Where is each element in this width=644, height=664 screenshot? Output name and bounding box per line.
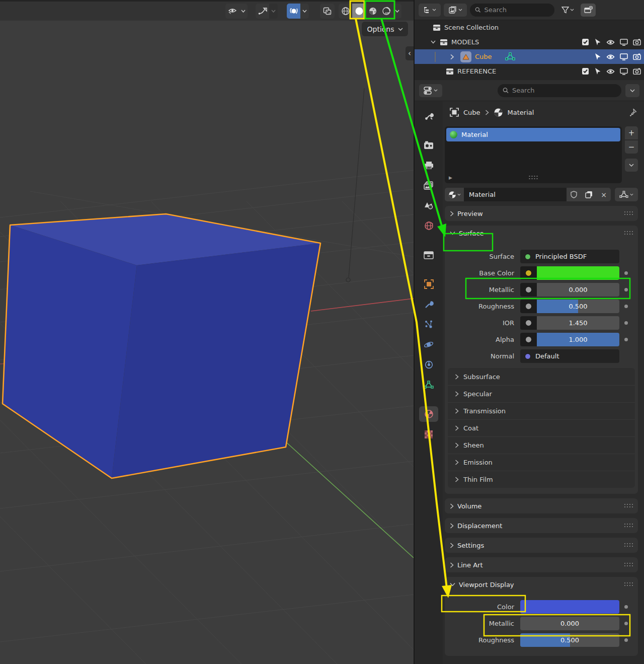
panel-header-displacement[interactable]: Displacement xyxy=(445,518,638,533)
slot-specials-dropdown[interactable] xyxy=(625,159,638,172)
viewport-disable-icon[interactable] xyxy=(620,68,628,75)
chevron-right-icon[interactable] xyxy=(450,54,454,60)
viewport-color-swatch[interactable] xyxy=(520,600,619,614)
tab-output[interactable] xyxy=(419,158,438,173)
properties-search[interactable] xyxy=(498,84,621,97)
panel-header-viewport-display[interactable]: Viewport Display xyxy=(445,577,638,592)
decorator-dot[interactable] xyxy=(624,305,628,308)
base-color-swatch[interactable] xyxy=(537,266,619,280)
base-color-field[interactable] xyxy=(520,266,619,280)
panel-header-volume[interactable]: Volume xyxy=(445,498,638,513)
selectable-cursor-icon[interactable] xyxy=(594,67,601,75)
render-camera-icon[interactable] xyxy=(633,68,641,75)
subpanel-thin-film[interactable]: Thin Film xyxy=(448,471,635,488)
render-camera-icon[interactable] xyxy=(633,39,641,45)
outliner-search[interactable] xyxy=(470,4,554,17)
surface-shader-selector[interactable]: Principled BSDF xyxy=(520,250,619,263)
ior-slider[interactable]: 1.450 xyxy=(520,316,619,330)
outliner-row-scene-collection[interactable]: Scene Collection xyxy=(415,20,644,35)
panel-grip-icon[interactable] xyxy=(624,524,633,528)
tab-object-data[interactable] xyxy=(419,377,438,393)
gizmo-dropdown[interactable] xyxy=(225,4,248,19)
decorator-dot[interactable] xyxy=(624,271,628,275)
material-link-dropdown[interactable] xyxy=(615,188,638,201)
outliner-search-input[interactable] xyxy=(484,6,549,14)
browse-material-dropdown[interactable] xyxy=(445,188,464,201)
fake-user-button[interactable] xyxy=(567,188,581,201)
filter-expand-icon[interactable]: ▶ xyxy=(449,175,452,180)
sidebar-collapse-handle[interactable]: ‹ xyxy=(406,46,414,60)
viewport-color-field[interactable] xyxy=(520,600,619,614)
selectable-cursor-icon[interactable] xyxy=(594,53,601,60)
subpanel-sheen[interactable]: Sheen xyxy=(448,436,635,454)
outliner-row-cube[interactable]: Cube xyxy=(415,49,644,64)
decorator-dot[interactable] xyxy=(624,338,628,341)
tab-tool[interactable] xyxy=(419,108,438,124)
snap-dropdown[interactable] xyxy=(256,4,278,19)
material-preview-shading-button[interactable] xyxy=(366,4,379,19)
outliner-row-models[interactable]: MODELS xyxy=(415,35,644,49)
solid-shading-button[interactable] xyxy=(352,4,366,19)
decorator-dot[interactable] xyxy=(624,288,628,291)
tab-view-layer[interactable] xyxy=(419,178,438,193)
eye-visibility-icon[interactable] xyxy=(606,68,615,75)
tab-constraints[interactable] xyxy=(419,357,438,373)
checkbox-icon[interactable] xyxy=(582,38,589,46)
panel-grip-icon[interactable] xyxy=(624,231,633,235)
roughness-slider[interactable]: 0.500 xyxy=(520,300,619,313)
material-slot-list[interactable]: Material ▶ xyxy=(445,126,622,183)
panel-header-surface[interactable]: Surface xyxy=(445,226,638,241)
header-menu-dropdown[interactable] xyxy=(625,84,639,97)
tab-material[interactable] xyxy=(419,406,438,422)
xray-toggle[interactable] xyxy=(320,4,335,19)
breadcrumb-data[interactable]: Material xyxy=(508,109,534,116)
decorator-dot[interactable] xyxy=(624,622,628,625)
selectable-cursor-icon[interactable] xyxy=(594,38,601,46)
tab-texture[interactable] xyxy=(419,426,438,442)
tab-world[interactable] xyxy=(419,218,438,234)
tab-physics[interactable] xyxy=(419,337,438,352)
tab-particles[interactable] xyxy=(419,317,438,332)
panel-grip-icon[interactable] xyxy=(624,504,633,508)
viewport-disable-icon[interactable] xyxy=(620,39,628,46)
add-slot-button[interactable]: + xyxy=(625,126,638,139)
eye-visibility-icon[interactable] xyxy=(606,39,615,45)
metallic-slider[interactable]: 0.000 xyxy=(520,283,619,297)
subpanel-transmission[interactable]: Transmission xyxy=(448,402,635,419)
checkbox-icon[interactable] xyxy=(582,67,589,75)
editor-type-dropdown[interactable] xyxy=(419,4,441,17)
unlink-material-button[interactable]: × xyxy=(597,188,611,201)
tab-render[interactable] xyxy=(419,137,438,153)
proportional-editing-dropdown[interactable] xyxy=(287,4,309,19)
remove-slot-button[interactable]: − xyxy=(625,140,638,154)
panel-grip-icon[interactable] xyxy=(624,211,633,215)
eye-visibility-icon[interactable] xyxy=(606,54,615,60)
pin-icon[interactable] xyxy=(628,108,637,117)
panel-grip-icon[interactable] xyxy=(624,582,633,586)
properties-search-input[interactable] xyxy=(512,87,616,94)
subpanel-specular[interactable]: Specular xyxy=(448,385,635,402)
chevron-down-icon[interactable] xyxy=(431,40,436,44)
editor-type-dropdown[interactable] xyxy=(419,84,442,97)
shading-dropdown[interactable] xyxy=(393,4,401,19)
panel-header-line-art[interactable]: Line Art xyxy=(445,557,638,572)
decorator-dot[interactable] xyxy=(624,605,628,609)
panel-grip-icon[interactable] xyxy=(624,543,633,547)
new-collection-button[interactable] xyxy=(581,4,596,17)
tab-modifiers[interactable] xyxy=(419,297,438,312)
decorator-dot[interactable] xyxy=(624,321,628,325)
subpanel-coat[interactable]: Coat xyxy=(448,419,635,436)
subpanel-subsurface[interactable]: Subsurface xyxy=(448,368,635,385)
panel-grip-icon[interactable] xyxy=(624,563,633,567)
normal-field[interactable]: Default xyxy=(520,349,619,363)
tab-collection[interactable] xyxy=(419,247,438,263)
decorator-dot[interactable] xyxy=(624,638,628,642)
duplicate-material-button[interactable] xyxy=(581,188,597,201)
alpha-slider[interactable]: 1.000 xyxy=(520,333,619,346)
panel-header-settings[interactable]: Settings xyxy=(445,538,638,553)
display-mode-dropdown[interactable] xyxy=(444,4,467,17)
outliner-row-reference[interactable]: REFERENCE xyxy=(415,64,644,79)
viewport-roughness-slider[interactable]: 0.500 xyxy=(520,633,619,647)
subpanel-emission[interactable]: Emission xyxy=(448,454,635,471)
panel-header-preview[interactable]: Preview xyxy=(445,206,638,221)
